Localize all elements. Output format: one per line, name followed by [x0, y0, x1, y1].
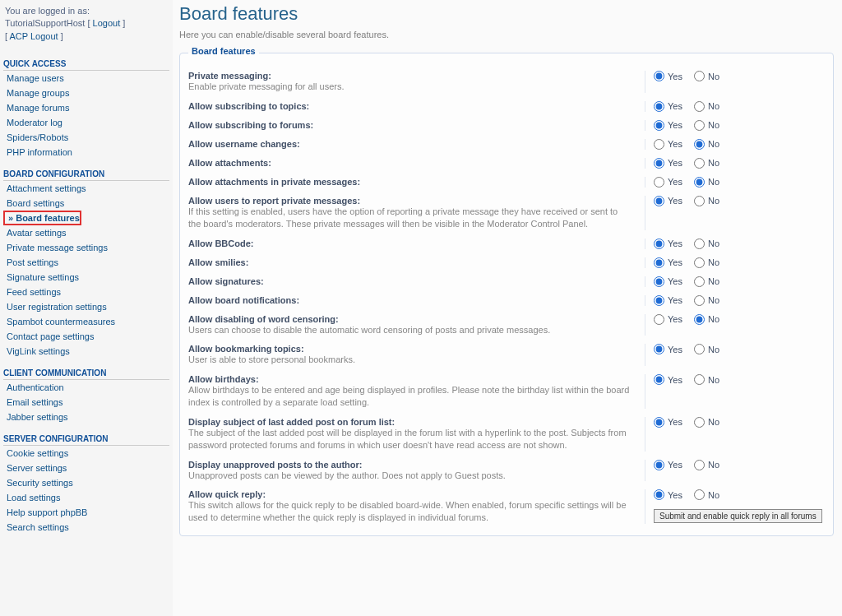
sidebar-item-moderator-log[interactable]: Moderator log: [3, 115, 169, 130]
radio-input-no[interactable]: [694, 120, 705, 131]
sidebar-item-manage-groups[interactable]: Manage groups: [3, 86, 169, 100]
radio-yes[interactable]: Yes: [654, 120, 682, 131]
sidebar-link[interactable]: Feed settings: [7, 287, 61, 297]
radio-yes[interactable]: Yes: [654, 344, 682, 354]
radio-no[interactable]: No: [694, 177, 719, 188]
radio-no[interactable]: No: [694, 101, 719, 112]
radio-yes[interactable]: Yes: [654, 177, 682, 188]
sidebar-item-board-settings[interactable]: Board settings: [3, 196, 169, 211]
radio-input-yes[interactable]: [654, 239, 664, 249]
radio-no[interactable]: No: [694, 417, 719, 428]
radio-input-no[interactable]: [694, 374, 705, 385]
sidebar-item-board-features[interactable]: » Board features: [3, 211, 81, 225]
sidebar-item-spiders-robots[interactable]: Spiders/Robots: [3, 130, 169, 145]
sidebar-link[interactable]: Board settings: [7, 198, 64, 208]
sidebar-link[interactable]: Cookie settings: [7, 448, 68, 458]
sidebar-item-post-settings[interactable]: Post settings: [3, 255, 169, 270]
radio-input-no[interactable]: [694, 257, 705, 268]
radio-no[interactable]: No: [694, 158, 719, 169]
radio-input-no[interactable]: [694, 196, 705, 206]
sidebar-link[interactable]: Board features: [16, 213, 80, 223]
sidebar-link[interactable]: Signature settings: [7, 272, 79, 282]
sidebar-link[interactable]: Manage groups: [7, 88, 69, 98]
radio-input-no[interactable]: [694, 101, 705, 112]
sidebar-item-cookie-settings[interactable]: Cookie settings: [3, 446, 169, 461]
sidebar-link[interactable]: Server settings: [7, 463, 67, 473]
sidebar-item-avatar-settings[interactable]: Avatar settings: [3, 225, 169, 240]
radio-no[interactable]: No: [694, 489, 719, 500]
radio-input-no[interactable]: [694, 71, 705, 81]
radio-yes[interactable]: Yes: [654, 460, 682, 470]
radio-yes[interactable]: Yes: [654, 295, 682, 306]
radio-input-yes[interactable]: [654, 276, 664, 287]
radio-input-no[interactable]: [694, 489, 705, 500]
sidebar-item-email-settings[interactable]: Email settings: [3, 395, 169, 410]
radio-no[interactable]: No: [694, 257, 719, 268]
sidebar-item-signature-settings[interactable]: Signature settings: [3, 270, 169, 285]
radio-input-yes[interactable]: [654, 120, 664, 131]
radio-yes[interactable]: Yes: [654, 239, 682, 249]
sidebar-link[interactable]: User registration settings: [7, 302, 107, 312]
sidebar-item-security-settings[interactable]: Security settings: [3, 475, 169, 490]
sidebar-link[interactable]: Load settings: [7, 493, 60, 503]
radio-yes[interactable]: Yes: [654, 374, 682, 385]
radio-input-yes[interactable]: [654, 257, 664, 268]
sidebar-link[interactable]: Avatar settings: [7, 228, 67, 238]
sidebar-link[interactable]: Private message settings: [7, 243, 108, 252]
radio-no[interactable]: No: [694, 196, 719, 206]
radio-input-yes[interactable]: [654, 71, 664, 81]
radio-yes[interactable]: Yes: [654, 257, 682, 268]
sidebar-link[interactable]: Post settings: [7, 257, 58, 267]
radio-input-yes[interactable]: [654, 196, 664, 206]
sidebar-item-user-registration-settings[interactable]: User registration settings: [3, 299, 169, 314]
sidebar-link[interactable]: Help support phpBB: [7, 507, 87, 517]
sidebar-item-manage-users[interactable]: Manage users: [3, 71, 169, 86]
sidebar-item-search-settings[interactable]: Search settings: [3, 520, 169, 535]
sidebar-link[interactable]: Contact page settings: [7, 331, 94, 341]
radio-input-yes[interactable]: [654, 139, 664, 150]
radio-no[interactable]: No: [694, 344, 719, 354]
sidebar-link[interactable]: Jabber settings: [7, 412, 68, 422]
sidebar-item-private-message-settings[interactable]: Private message settings: [3, 240, 169, 255]
sidebar-item-spambot-countermeasures[interactable]: Spambot countermeasures: [3, 314, 169, 329]
radio-yes[interactable]: Yes: [654, 417, 682, 428]
sidebar-item-server-settings[interactable]: Server settings: [3, 461, 169, 475]
radio-input-yes[interactable]: [654, 489, 664, 500]
radio-no[interactable]: No: [694, 71, 719, 81]
radio-no[interactable]: No: [694, 276, 719, 287]
radio-yes[interactable]: Yes: [654, 489, 682, 500]
radio-input-yes[interactable]: [654, 344, 664, 354]
sidebar-item-viglink-settings[interactable]: VigLink settings: [3, 344, 169, 359]
sidebar-link[interactable]: Attachment settings: [7, 183, 86, 193]
radio-input-no[interactable]: [694, 460, 705, 470]
sidebar-item-load-settings[interactable]: Load settings: [3, 490, 169, 505]
sidebar-link[interactable]: Authentication: [7, 382, 64, 392]
sidebar-item-help-support-phpbb[interactable]: Help support phpBB: [3, 505, 169, 520]
radio-no[interactable]: No: [694, 120, 719, 131]
radio-yes[interactable]: Yes: [654, 71, 682, 81]
radio-input-yes[interactable]: [654, 314, 664, 325]
logout-link[interactable]: Logout: [93, 18, 121, 28]
sidebar-link[interactable]: Moderator log: [7, 118, 62, 127]
radio-no[interactable]: No: [694, 460, 719, 470]
radio-yes[interactable]: Yes: [654, 276, 682, 287]
sidebar-item-feed-settings[interactable]: Feed settings: [3, 285, 169, 299]
sidebar-item-attachment-settings[interactable]: Attachment settings: [3, 181, 169, 196]
sidebar-link[interactable]: Manage forums: [7, 103, 69, 113]
radio-yes[interactable]: Yes: [654, 139, 682, 150]
radio-input-no[interactable]: [694, 295, 705, 306]
acp-logout-link[interactable]: ACP Logout: [10, 31, 58, 41]
radio-no[interactable]: No: [694, 374, 719, 385]
radio-input-no[interactable]: [694, 344, 705, 354]
radio-no[interactable]: No: [694, 314, 719, 325]
sidebar-link[interactable]: Email settings: [7, 397, 62, 407]
radio-yes[interactable]: Yes: [654, 314, 682, 325]
radio-input-yes[interactable]: [654, 374, 664, 385]
sidebar-link[interactable]: VigLink settings: [7, 346, 70, 356]
radio-yes[interactable]: Yes: [654, 196, 682, 206]
sidebar-link[interactable]: Spambot countermeasures: [7, 317, 115, 327]
radio-input-no[interactable]: [694, 158, 705, 169]
submit-enable-quick-reply-button[interactable]: Submit and enable quick reply in all for…: [654, 509, 822, 523]
radio-input-no[interactable]: [694, 177, 705, 188]
sidebar-link[interactable]: Security settings: [7, 478, 73, 488]
